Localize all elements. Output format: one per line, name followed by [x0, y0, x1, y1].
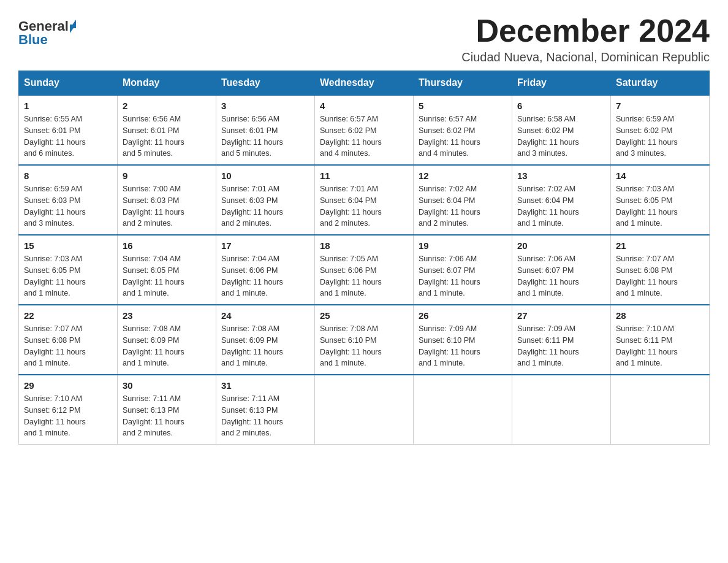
day-info: Sunrise: 7:08 AMSunset: 6:09 PMDaylight:…	[221, 323, 309, 369]
table-row: 29 Sunrise: 7:10 AMSunset: 6:12 PMDaylig…	[19, 375, 118, 445]
table-row: 31 Sunrise: 7:11 AMSunset: 6:13 PMDaylig…	[216, 375, 315, 445]
day-info: Sunrise: 7:06 AMSunset: 6:07 PMDaylight:…	[517, 253, 605, 299]
table-row: 20 Sunrise: 7:06 AMSunset: 6:07 PMDaylig…	[512, 235, 611, 305]
day-number: 5	[419, 101, 507, 111]
calendar-week-row: 22 Sunrise: 7:07 AMSunset: 6:08 PMDaylig…	[19, 305, 710, 375]
table-row: 27 Sunrise: 7:09 AMSunset: 6:11 PMDaylig…	[512, 305, 611, 375]
title-section: December 2024 Ciudad Nueva, Nacional, Do…	[461, 12, 710, 64]
table-row	[315, 375, 414, 445]
table-row: 2 Sunrise: 6:56 AMSunset: 6:01 PMDayligh…	[118, 95, 216, 165]
day-info: Sunrise: 7:09 AMSunset: 6:10 PMDaylight:…	[419, 323, 507, 369]
calendar-week-row: 1 Sunrise: 6:55 AMSunset: 6:01 PMDayligh…	[19, 95, 710, 165]
day-number: 2	[123, 101, 211, 111]
table-row: 9 Sunrise: 7:00 AMSunset: 6:03 PMDayligh…	[118, 165, 216, 235]
day-number: 15	[24, 240, 112, 251]
day-info: Sunrise: 6:56 AMSunset: 6:01 PMDaylight:…	[123, 113, 211, 159]
header-wednesday: Wednesday	[315, 71, 414, 96]
day-number: 21	[616, 240, 704, 251]
day-info: Sunrise: 7:01 AMSunset: 6:03 PMDaylight:…	[221, 183, 309, 229]
day-number: 9	[123, 170, 211, 181]
day-info: Sunrise: 7:07 AMSunset: 6:08 PMDaylight:…	[616, 253, 704, 299]
table-row: 4 Sunrise: 6:57 AMSunset: 6:02 PMDayligh…	[315, 95, 414, 165]
day-info: Sunrise: 7:02 AMSunset: 6:04 PMDaylight:…	[517, 183, 605, 229]
table-row: 23 Sunrise: 7:08 AMSunset: 6:09 PMDaylig…	[118, 305, 216, 375]
table-row: 13 Sunrise: 7:02 AMSunset: 6:04 PMDaylig…	[512, 165, 611, 235]
day-number: 14	[616, 170, 704, 181]
day-number: 6	[517, 101, 605, 111]
day-info: Sunrise: 7:08 AMSunset: 6:10 PMDaylight:…	[320, 323, 408, 369]
header-saturday: Saturday	[611, 71, 710, 96]
logo-blue: Blue	[18, 32, 48, 48]
calendar-table: Sunday Monday Tuesday Wednesday Thursday…	[18, 71, 710, 445]
table-row: 5 Sunrise: 6:57 AMSunset: 6:02 PMDayligh…	[414, 95, 512, 165]
day-number: 26	[419, 310, 507, 321]
day-info: Sunrise: 7:00 AMSunset: 6:03 PMDaylight:…	[123, 183, 211, 229]
day-number: 1	[24, 101, 112, 111]
day-number: 7	[616, 101, 704, 111]
day-info: Sunrise: 7:10 AMSunset: 6:12 PMDaylight:…	[24, 393, 112, 439]
calendar-week-row: 15 Sunrise: 7:03 AMSunset: 6:05 PMDaylig…	[19, 235, 710, 305]
day-info: Sunrise: 7:11 AMSunset: 6:13 PMDaylight:…	[221, 393, 309, 439]
header-friday: Friday	[512, 71, 611, 96]
day-info: Sunrise: 7:01 AMSunset: 6:04 PMDaylight:…	[320, 183, 408, 229]
table-row: 28 Sunrise: 7:10 AMSunset: 6:11 PMDaylig…	[611, 305, 710, 375]
header-tuesday: Tuesday	[216, 71, 315, 96]
header: General Blue December 2024 Ciudad Nueva,…	[18, 12, 710, 64]
header-sunday: Sunday	[19, 71, 118, 96]
month-title: December 2024	[461, 12, 710, 49]
day-info: Sunrise: 7:11 AMSunset: 6:13 PMDaylight:…	[123, 393, 211, 439]
table-row: 30 Sunrise: 7:11 AMSunset: 6:13 PMDaylig…	[118, 375, 216, 445]
day-info: Sunrise: 7:06 AMSunset: 6:07 PMDaylight:…	[419, 253, 507, 299]
calendar-week-row: 8 Sunrise: 6:59 AMSunset: 6:03 PMDayligh…	[19, 165, 710, 235]
table-row: 14 Sunrise: 7:03 AMSunset: 6:05 PMDaylig…	[611, 165, 710, 235]
table-row: 16 Sunrise: 7:04 AMSunset: 6:05 PMDaylig…	[118, 235, 216, 305]
day-number: 19	[419, 240, 507, 251]
day-number: 23	[123, 310, 211, 321]
day-info: Sunrise: 7:02 AMSunset: 6:04 PMDaylight:…	[419, 183, 507, 229]
header-monday: Monday	[118, 71, 216, 96]
day-number: 11	[320, 170, 408, 181]
table-row: 6 Sunrise: 6:58 AMSunset: 6:02 PMDayligh…	[512, 95, 611, 165]
day-number: 27	[517, 310, 605, 321]
logo: General Blue	[18, 18, 76, 48]
table-row	[512, 375, 611, 445]
day-number: 8	[24, 170, 112, 181]
day-number: 29	[24, 380, 112, 391]
location-subtitle: Ciudad Nueva, Nacional, Dominican Republ…	[461, 50, 710, 64]
day-number: 22	[24, 310, 112, 321]
table-row: 7 Sunrise: 6:59 AMSunset: 6:02 PMDayligh…	[611, 95, 710, 165]
table-row: 24 Sunrise: 7:08 AMSunset: 6:09 PMDaylig…	[216, 305, 315, 375]
day-number: 17	[221, 240, 309, 251]
day-info: Sunrise: 7:09 AMSunset: 6:11 PMDaylight:…	[517, 323, 605, 369]
table-row: 3 Sunrise: 6:56 AMSunset: 6:01 PMDayligh…	[216, 95, 315, 165]
day-number: 25	[320, 310, 408, 321]
day-info: Sunrise: 7:04 AMSunset: 6:06 PMDaylight:…	[221, 253, 309, 299]
day-number: 20	[517, 240, 605, 251]
day-number: 13	[517, 170, 605, 181]
calendar-week-row: 29 Sunrise: 7:10 AMSunset: 6:12 PMDaylig…	[19, 375, 710, 445]
header-thursday: Thursday	[414, 71, 512, 96]
table-row: 8 Sunrise: 6:59 AMSunset: 6:03 PMDayligh…	[19, 165, 118, 235]
table-row: 1 Sunrise: 6:55 AMSunset: 6:01 PMDayligh…	[19, 95, 118, 165]
day-info: Sunrise: 6:57 AMSunset: 6:02 PMDaylight:…	[419, 113, 507, 159]
table-row	[414, 375, 512, 445]
day-number: 10	[221, 170, 309, 181]
day-info: Sunrise: 6:57 AMSunset: 6:02 PMDaylight:…	[320, 113, 408, 159]
day-info: Sunrise: 6:59 AMSunset: 6:02 PMDaylight:…	[616, 113, 704, 159]
calendar-header-row: Sunday Monday Tuesday Wednesday Thursday…	[19, 71, 710, 96]
table-row: 22 Sunrise: 7:07 AMSunset: 6:08 PMDaylig…	[19, 305, 118, 375]
day-info: Sunrise: 6:55 AMSunset: 6:01 PMDaylight:…	[24, 113, 112, 159]
table-row: 10 Sunrise: 7:01 AMSunset: 6:03 PMDaylig…	[216, 165, 315, 235]
day-number: 16	[123, 240, 211, 251]
day-info: Sunrise: 6:56 AMSunset: 6:01 PMDaylight:…	[221, 113, 309, 159]
table-row: 26 Sunrise: 7:09 AMSunset: 6:10 PMDaylig…	[414, 305, 512, 375]
day-number: 28	[616, 310, 704, 321]
day-info: Sunrise: 7:03 AMSunset: 6:05 PMDaylight:…	[24, 253, 112, 299]
table-row: 11 Sunrise: 7:01 AMSunset: 6:04 PMDaylig…	[315, 165, 414, 235]
table-row: 15 Sunrise: 7:03 AMSunset: 6:05 PMDaylig…	[19, 235, 118, 305]
day-number: 18	[320, 240, 408, 251]
day-info: Sunrise: 7:10 AMSunset: 6:11 PMDaylight:…	[616, 323, 704, 369]
day-info: Sunrise: 7:03 AMSunset: 6:05 PMDaylight:…	[616, 183, 704, 229]
day-number: 31	[221, 380, 309, 391]
day-number: 30	[123, 380, 211, 391]
